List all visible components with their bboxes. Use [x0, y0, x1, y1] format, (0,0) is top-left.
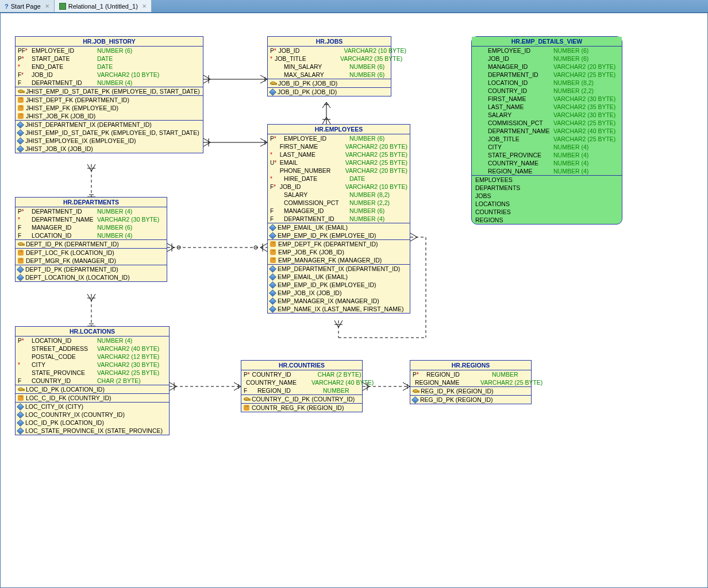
- row: COUNTRY_NAMEVARCHAR2 (40 BYTE): [241, 378, 362, 386]
- col-name: EMPLOYEE_ID: [284, 135, 347, 142]
- col-flags: F*: [270, 184, 278, 190]
- pk-label: JHIST_EMP_ID_ST_DATE_PK (EMPLOYEE_ID, ST…: [26, 88, 200, 95]
- col-name: LOCATION_ID: [32, 232, 95, 239]
- entity-employees[interactable]: HR.EMPLOYEES P*EMPLOYEE_IDNUMBER (6)FIRS…: [267, 124, 410, 314]
- row: F*JOB_IDVARCHAR2 (10 BYTE): [16, 71, 203, 79]
- row: EMP_DEPT_FK (DEPARTMENT_ID): [268, 240, 410, 248]
- row: SALARYVARCHAR2 (30 BYTE): [472, 111, 622, 119]
- row: JHIST_DEPT_FK (DEPARTMENT_ID): [16, 96, 203, 104]
- col-flags: F: [270, 216, 282, 222]
- index-icon: [17, 427, 24, 435]
- col-name: JOB_ID: [488, 55, 551, 62]
- idx-label: JHIST_DEPARTMENT_IX (DEPARTMENT_ID): [25, 121, 152, 128]
- close-icon[interactable]: ×: [45, 2, 49, 10]
- idx-section: REG_ID_PK (REGION_ID): [410, 396, 531, 404]
- key-icon: [18, 388, 24, 391]
- col-flags: U*: [270, 160, 278, 166]
- idx-label: EMP_EMP_ID_PK (EMPLOYEE_ID): [278, 232, 376, 239]
- pk-section: REG_ID_PK (REGION_ID): [410, 387, 531, 396]
- col-type: NUMBER: [492, 371, 518, 378]
- fk-section: COUNTR_REG_FK (REGION_ID): [241, 404, 362, 412]
- col-type: NUMBER (4): [553, 152, 588, 158]
- columns-section: EMPLOYEE_IDNUMBER (6)JOB_IDNUMBER (6)MAN…: [472, 47, 622, 176]
- col-flags: F*: [18, 72, 29, 78]
- row: P*REGION_IDNUMBER: [410, 370, 531, 378]
- index-icon: [17, 403, 24, 411]
- col-type: NUMBER (8,2): [349, 191, 390, 198]
- row: SALARYNUMBER (8,2): [268, 191, 410, 199]
- row: EMP_MANAGER_IX (MANAGER_ID): [268, 297, 410, 305]
- col-name: EMPLOYEE_ID: [32, 47, 95, 54]
- col-flags: F: [18, 225, 29, 231]
- row: P*EMPLOYEE_IDNUMBER (6): [268, 134, 410, 142]
- columns-section: P*REGION_IDNUMBERREGION_NAMEVARCHAR2 (25…: [410, 370, 531, 387]
- pk-label: LOC_ID_PK (LOCATION_ID): [26, 386, 105, 393]
- col-name: COUNTRY_NAME: [488, 160, 551, 167]
- row: JOB_TITLEVARCHAR2 (25 BYTE): [472, 135, 622, 143]
- col-type: NUMBER (6): [97, 224, 132, 231]
- row: FCOUNTRY_IDCHAR (2 BYTE): [16, 377, 169, 385]
- entity-locations[interactable]: HR.LOCATIONS P*LOCATION_IDNUMBER (4)STRE…: [15, 326, 170, 435]
- col-type: VARCHAR2 (10 BYTE): [97, 71, 159, 78]
- fk-section: DEPT_LOC_FK (LOCATION_ID)DEPT_MGR_FK (MA…: [16, 249, 167, 265]
- dep-label: LOCATIONS: [475, 200, 510, 207]
- col-flags: PF*: [18, 48, 29, 54]
- idx-label: EMP_EMAIL_UK (EMAIL): [278, 273, 348, 280]
- col-flags: P*: [413, 372, 424, 378]
- index-icon: [411, 396, 419, 404]
- fk-label: JHIST_JOB_FK (JOB_ID): [26, 113, 95, 119]
- col-type: VARCHAR2 (30 BYTE): [553, 95, 615, 102]
- idx-label: EMP_EMAIL_UK (EMAIL): [278, 224, 348, 231]
- entity-regions[interactable]: HR.REGIONS P*REGION_IDNUMBERREGION_NAMEV…: [410, 360, 532, 404]
- idx-label: EMP_EMP_ID_PK (EMPLOYEE_ID): [278, 281, 376, 288]
- pk-section: DEPT_ID_PK (DEPARTMENT_ID): [16, 240, 167, 249]
- col-flags: F: [18, 233, 29, 239]
- col-type: NUMBER (8,2): [553, 79, 594, 86]
- row: COMMISSION_PCTVARCHAR2 (25 BYTE): [472, 119, 622, 127]
- col-type: NUMBER (6): [97, 47, 132, 54]
- entity-title: HR.EMP_DETAILS_VIEW: [472, 37, 622, 47]
- row: EMP_JOB_FK (JOB_ID): [268, 248, 410, 256]
- tab-start-page[interactable]: ? Start Page ×: [0, 0, 55, 12]
- svg-point-6: [254, 246, 257, 249]
- fk-icon: [18, 113, 24, 119]
- fk-icon: [18, 97, 24, 103]
- row: JHIST_DEPARTMENT_IX (DEPARTMENT_ID): [16, 121, 203, 129]
- index-icon: [269, 88, 276, 96]
- pk-label: JOB_ID_PK (JOB_ID): [278, 80, 337, 87]
- idx-label: EMP_MANAGER_IX (MANAGER_ID): [278, 297, 379, 304]
- entity-departments[interactable]: HR.DEPARTMENTS P*DEPARTMENT_IDNUMBER (4)…: [15, 197, 167, 282]
- index-icon: [17, 145, 24, 153]
- diagram-canvas[interactable]: HR.JOB_HISTORY PF*EMPLOYEE_IDNUMBER (6)P…: [0, 13, 708, 588]
- fk-label: EMP_DEPT_FK (DEPARTMENT_ID): [278, 241, 378, 247]
- col-name: MANAGER_ID: [284, 207, 347, 214]
- entity-countries[interactable]: HR.COUNTRIES P*COUNTRY_IDCHAR (2 BYTE)CO…: [241, 360, 363, 412]
- col-name: DEPARTMENT_NAME: [32, 216, 95, 223]
- dep-label: DEPARTMENTS: [475, 184, 520, 191]
- col-type: VARCHAR2 (35 BYTE): [340, 55, 402, 62]
- idx-label: LOC_COUNTRY_IX (COUNTRY_ID): [25, 411, 125, 418]
- fk-section: JHIST_DEPT_FK (DEPARTMENT_ID)JHIST_EMP_F…: [16, 96, 203, 121]
- entity-emp-details-view[interactable]: HR.EMP_DETAILS_VIEW EMPLOYEE_IDNUMBER (6…: [471, 36, 622, 225]
- entity-jobs[interactable]: HR.JOBS P*JOB_IDVARCHAR2 (10 BYTE)*JOB_T…: [267, 36, 391, 96]
- fk-icon: [270, 241, 276, 247]
- col-name: LAST_NAME: [280, 151, 343, 158]
- row: FDEPARTMENT_IDNUMBER (4): [16, 79, 203, 87]
- entity-job-history[interactable]: HR.JOB_HISTORY PF*EMPLOYEE_IDNUMBER (6)P…: [15, 36, 203, 153]
- close-icon[interactable]: ×: [143, 2, 147, 10]
- row: JOBS: [472, 192, 622, 200]
- col-type: VARCHAR2 (25 BYTE): [97, 369, 159, 376]
- columns-section: P*COUNTRY_IDCHAR (2 BYTE)COUNTRY_NAMEVAR…: [241, 370, 362, 395]
- row: JHIST_JOB_IX (JOB_ID): [16, 145, 203, 153]
- tab-relational[interactable]: Relational_1 (Untitled_1) ×: [55, 0, 152, 12]
- col-name: MANAGER_ID: [32, 224, 95, 231]
- row: REGION_NAMEVARCHAR2 (25 BYTE): [410, 378, 531, 386]
- row: REG_ID_PK (REGION_ID): [410, 387, 531, 395]
- index-icon: [269, 281, 276, 289]
- index-icon: [269, 265, 276, 273]
- row: FIRST_NAMEVARCHAR2 (20 BYTE): [268, 142, 410, 150]
- col-type: VARCHAR2 (20 BYTE): [345, 143, 407, 150]
- row: EMP_EMAIL_UK (EMAIL): [268, 223, 410, 231]
- row: EMP_EMP_ID_PK (EMPLOYEE_ID): [268, 231, 410, 239]
- fk-icon: [270, 257, 276, 263]
